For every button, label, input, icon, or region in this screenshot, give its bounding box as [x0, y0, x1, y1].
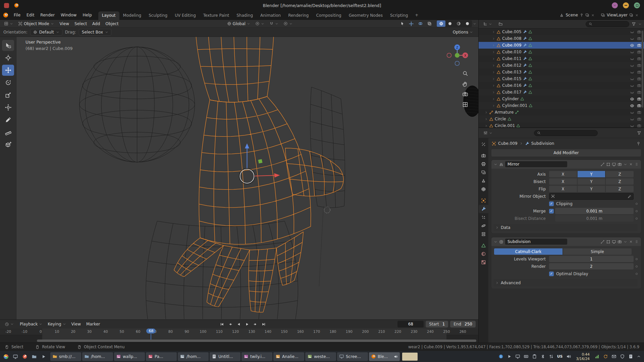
tray-notes-icon[interactable] [628, 354, 633, 359]
visibility-eye-icon[interactable] [630, 63, 634, 68]
outliner-row-cylinder.001[interactable]: Cylinder.001 [479, 102, 644, 109]
launcher-file-manager[interactable] [30, 352, 39, 361]
tray-updates-icon[interactable] [603, 354, 608, 359]
workspace-tab-modeling[interactable]: Modeling [119, 11, 145, 20]
expand-icon[interactable] [492, 98, 495, 101]
tray-network-icon[interactable] [549, 354, 554, 359]
outliner-row-cylinder[interactable]: Cylinder [479, 96, 644, 102]
jump-start-button[interactable] [218, 321, 225, 327]
taskbar-window-2[interactable]: wallp... [114, 352, 145, 361]
drag-dropdown[interactable]: Select Box [79, 29, 111, 36]
next-keyframe-button[interactable] [252, 321, 259, 327]
pin-id-icon[interactable] [636, 141, 641, 146]
add-modifier-button[interactable]: Add Modifier [491, 149, 641, 157]
expand-icon[interactable] [492, 84, 495, 87]
visibility-eye-icon[interactable] [630, 57, 634, 61]
properties-tab-modifiers[interactable] [479, 205, 488, 213]
expand-icon[interactable] [492, 91, 495, 94]
visibility-eye-icon[interactable] [630, 50, 634, 54]
mirror-object-field[interactable] [549, 193, 634, 200]
show-overlays-toggle[interactable] [416, 20, 424, 27]
collapse-icon[interactable] [494, 163, 497, 166]
outliner-row-cube.017[interactable]: Cube.017 [479, 89, 644, 96]
mirror-bisect-x-button[interactable]: X [549, 178, 577, 185]
expand-icon[interactable] [492, 51, 495, 54]
tray-security-icon[interactable] [620, 354, 625, 359]
render-visibility-icon[interactable] [637, 43, 641, 48]
visibility-eye-icon[interactable] [630, 97, 634, 101]
expand-icon[interactable] [485, 118, 488, 121]
outliner-display-mode[interactable] [496, 21, 505, 27]
outliner-row-cube.008[interactable]: Cube.008 [479, 35, 644, 42]
visibility-eye-icon[interactable] [630, 90, 634, 95]
subdiv-catmull-clark-button[interactable]: Catmull-Clark [494, 248, 562, 255]
properties-tab-constraints[interactable] [479, 230, 488, 238]
modifier-extras-icon[interactable] [624, 240, 627, 244]
modifier-close-icon[interactable] [629, 240, 633, 244]
tray-display-settings-icon[interactable] [515, 354, 520, 359]
menu-render[interactable]: Render [37, 12, 58, 18]
timeline-scrollbar[interactable] [37, 340, 476, 342]
outliner-row-cube.012[interactable]: Cube.012 [479, 62, 644, 69]
outliner-row-cube.009[interactable]: Cube.009 [479, 42, 644, 49]
mirror-axis-z-button[interactable]: Z [606, 171, 634, 177]
tool-add-cube[interactable] [2, 139, 14, 150]
tool-rotate[interactable] [2, 77, 14, 88]
render-visibility-icon[interactable] [637, 124, 641, 128]
launcher-media-player[interactable] [39, 352, 48, 361]
menu-file[interactable]: File [11, 12, 23, 18]
taskbar-window-9[interactable]: Scree... [337, 352, 368, 361]
tool-measure[interactable] [2, 127, 14, 138]
mode-dropdown[interactable]: Object Mode [16, 21, 56, 27]
taskbar-window-8[interactable]: weste... [305, 352, 336, 361]
drag-handle-icon[interactable] [635, 240, 639, 244]
outliner-scrollbar[interactable] [642, 31, 643, 108]
properties-editor-type-button[interactable] [481, 130, 494, 136]
tool-move[interactable] [2, 65, 14, 76]
merge-checkbox[interactable]: ✓ [549, 209, 554, 214]
render-visibility-icon[interactable] [637, 50, 641, 54]
viewport-menu-view[interactable]: View [57, 21, 72, 27]
data-subpanel-header[interactable]: Data [493, 224, 638, 231]
show-gizmo-toggle[interactable] [407, 20, 415, 27]
expand-icon[interactable] [492, 64, 495, 67]
menu-edit[interactable]: Edit [23, 12, 37, 18]
visibility-eye-icon[interactable] [630, 70, 634, 74]
mirror-bisect-y-button[interactable]: Y [578, 178, 605, 185]
modifier-close-icon[interactable] [629, 162, 633, 166]
expand-icon[interactable] [492, 37, 495, 40]
render-visibility-icon[interactable] [637, 110, 641, 115]
shading-solid-button[interactable] [445, 20, 454, 27]
timeline-menu-marker[interactable]: Marker [84, 321, 103, 327]
show-on-cage-icon[interactable] [600, 240, 605, 244]
viewport-canvas[interactable]: User Perspective (68) wear2 | Cube.009 Z… [16, 37, 478, 319]
delete-viewlayer-icon[interactable] [635, 13, 639, 17]
realtime-icon[interactable] [612, 240, 616, 244]
tray-bluetooth-icon[interactable] [540, 354, 545, 359]
visibility-eye-icon[interactable] [630, 110, 634, 115]
tray-expand-icon[interactable] [637, 354, 641, 359]
drag-handle-icon[interactable] [635, 162, 639, 166]
visibility-eye-icon[interactable] [630, 124, 634, 128]
tool-cursor[interactable] [2, 52, 14, 63]
bisect-distance-field[interactable]: 0.001 m [555, 215, 634, 222]
properties-tab-particles[interactable] [479, 213, 488, 222]
tray-notifications-icon[interactable] [498, 354, 503, 359]
mirror-panel-header[interactable]: Mirror [491, 160, 641, 169]
mirror-flip-y-button[interactable]: Y [578, 186, 605, 192]
menu-window[interactable]: Window [58, 12, 79, 18]
selectability-dropdown[interactable] [398, 20, 406, 27]
timeline-menu-view[interactable]: View [69, 321, 84, 327]
taskbar-window-10[interactable]: Ble... [369, 352, 400, 361]
frame-start-field[interactable]: Start1 [426, 321, 448, 327]
visibility-eye-icon[interactable] [630, 77, 634, 81]
subdiv-simple-button[interactable]: Simple [563, 248, 632, 255]
modifier-extras-icon[interactable] [624, 163, 627, 166]
tray-messages-icon[interactable] [611, 354, 616, 359]
taskbar-window-7[interactable]: Analie... [273, 352, 304, 361]
taskbar-window-6[interactable]: twily.i... [241, 352, 272, 361]
expand-icon[interactable] [485, 124, 488, 127]
edit-mode-icon[interactable] [606, 240, 610, 244]
render-visibility-icon[interactable] [637, 83, 641, 88]
collapse-icon[interactable] [494, 240, 497, 244]
